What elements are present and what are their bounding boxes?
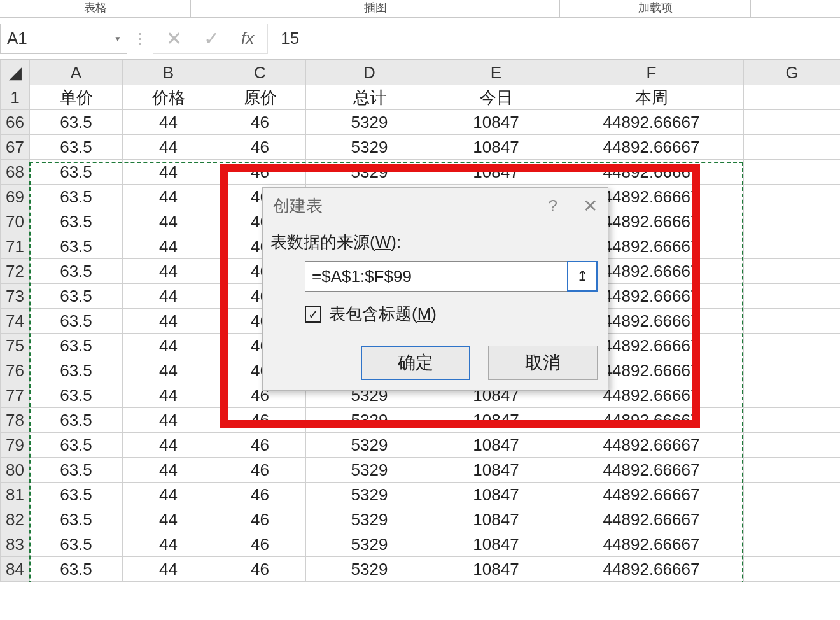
cell[interactable]: 10847 bbox=[433, 433, 559, 458]
cell[interactable] bbox=[744, 160, 841, 185]
cell[interactable]: 5329 bbox=[306, 408, 433, 433]
row-header[interactable]: 79 bbox=[1, 433, 30, 458]
cell[interactable]: 63.5 bbox=[30, 358, 123, 383]
cell[interactable]: 46 bbox=[214, 532, 306, 557]
row-header[interactable]: 78 bbox=[1, 408, 30, 433]
cell[interactable]: 44 bbox=[123, 334, 214, 358]
cell[interactable]: 46 bbox=[214, 433, 306, 458]
ribbon-group-illustrations[interactable]: 插图 bbox=[191, 0, 560, 17]
cell[interactable] bbox=[744, 334, 841, 358]
cell[interactable]: 44892.66667 bbox=[559, 532, 744, 557]
cell[interactable]: 63.5 bbox=[30, 483, 123, 507]
row-header[interactable]: 72 bbox=[1, 259, 30, 284]
col-header-F[interactable]: F bbox=[559, 60, 744, 85]
row-header[interactable]: 68 bbox=[1, 160, 30, 185]
cell[interactable]: 10847 bbox=[433, 160, 559, 185]
cell[interactable] bbox=[744, 185, 841, 209]
name-box[interactable]: A1 ▼ bbox=[0, 24, 127, 54]
cell[interactable]: 63.5 bbox=[30, 383, 123, 408]
row-header[interactable]: 81 bbox=[1, 483, 30, 507]
cell[interactable] bbox=[744, 309, 841, 334]
cell[interactable] bbox=[744, 532, 841, 557]
cell[interactable]: 46 bbox=[214, 483, 306, 507]
has-headers-checkbox[interactable]: ✓ bbox=[305, 306, 321, 323]
cell[interactable]: 44 bbox=[123, 110, 214, 135]
cell[interactable]: 44892.66667 bbox=[559, 458, 744, 483]
cell[interactable]: 5329 bbox=[306, 160, 433, 185]
cell[interactable] bbox=[744, 135, 841, 160]
cell[interactable]: 44892.66667 bbox=[559, 507, 744, 532]
cell[interactable]: 46 bbox=[214, 110, 306, 135]
cell[interactable]: 5329 bbox=[306, 433, 433, 458]
cell[interactable]: 44 bbox=[123, 383, 214, 408]
cell[interactable]: 10847 bbox=[433, 532, 559, 557]
cell[interactable]: 44892.66667 bbox=[559, 160, 744, 185]
cell[interactable]: 44 bbox=[123, 135, 214, 160]
dialog-titlebar[interactable]: 创建表 ? ✕ bbox=[263, 188, 608, 223]
cell[interactable]: 5329 bbox=[306, 483, 433, 507]
cell[interactable]: 63.5 bbox=[30, 309, 123, 334]
col-header-E[interactable]: E bbox=[433, 60, 559, 85]
cell[interactable]: 46 bbox=[214, 408, 306, 433]
cell[interactable]: 46 bbox=[214, 507, 306, 532]
row-header[interactable]: 76 bbox=[1, 358, 30, 383]
cell[interactable]: 10847 bbox=[433, 135, 559, 160]
cancel-formula-icon[interactable]: ✕ bbox=[166, 27, 182, 50]
cell[interactable] bbox=[744, 557, 841, 582]
cell[interactable]: 5329 bbox=[306, 532, 433, 557]
cell[interactable]: 63.5 bbox=[30, 284, 123, 309]
ribbon-group-table[interactable]: 表格 bbox=[0, 0, 191, 17]
row-header[interactable]: 67 bbox=[1, 135, 30, 160]
cell[interactable]: 44 bbox=[123, 532, 214, 557]
chevron-down-icon[interactable]: ▼ bbox=[114, 34, 122, 43]
cell[interactable]: 5329 bbox=[306, 135, 433, 160]
cell[interactable]: 5329 bbox=[306, 110, 433, 135]
collapse-dialog-icon[interactable]: ↥ bbox=[567, 261, 598, 292]
cell[interactable]: 63.5 bbox=[30, 234, 123, 259]
cell[interactable] bbox=[744, 433, 841, 458]
cell[interactable] bbox=[744, 110, 841, 135]
cell[interactable]: 单价 bbox=[30, 85, 123, 110]
cell[interactable]: 63.5 bbox=[30, 259, 123, 284]
cell[interactable]: 46 bbox=[214, 160, 306, 185]
cell[interactable]: 44 bbox=[123, 408, 214, 433]
ok-button[interactable]: 确定 bbox=[361, 346, 470, 380]
cell[interactable] bbox=[744, 458, 841, 483]
cell[interactable]: 44 bbox=[123, 209, 214, 234]
row-header[interactable]: 1 bbox=[1, 85, 30, 110]
cell[interactable]: 44892.66667 bbox=[559, 110, 744, 135]
fx-label[interactable]: fx bbox=[241, 29, 254, 48]
cell[interactable]: 5329 bbox=[306, 458, 433, 483]
ribbon-group-addins[interactable]: 加载项 bbox=[560, 0, 751, 17]
row-header[interactable]: 83 bbox=[1, 532, 30, 557]
cell[interactable]: 10847 bbox=[433, 507, 559, 532]
table-range-input[interactable]: =$A$1:$F$99 bbox=[305, 261, 568, 292]
row-header[interactable]: 66 bbox=[1, 110, 30, 135]
cell[interactable]: 44 bbox=[123, 458, 214, 483]
cell[interactable] bbox=[744, 259, 841, 284]
row-header[interactable]: 71 bbox=[1, 234, 30, 259]
col-header-B[interactable]: B bbox=[123, 60, 214, 85]
cell[interactable]: 原价 bbox=[214, 85, 306, 110]
cell[interactable] bbox=[744, 383, 841, 408]
col-header-C[interactable]: C bbox=[214, 60, 306, 85]
col-header-D[interactable]: D bbox=[306, 60, 433, 85]
cell[interactable]: 44892.66667 bbox=[559, 483, 744, 507]
cell[interactable]: 44 bbox=[123, 358, 214, 383]
cell[interactable]: 63.5 bbox=[30, 433, 123, 458]
cell[interactable] bbox=[744, 284, 841, 309]
cell[interactable]: 46 bbox=[214, 458, 306, 483]
cell[interactable]: 10847 bbox=[433, 408, 559, 433]
cell[interactable] bbox=[744, 209, 841, 234]
dialog-help-icon[interactable]: ? bbox=[549, 196, 557, 216]
formula-input[interactable]: 15 bbox=[267, 24, 840, 54]
cell[interactable]: 44 bbox=[123, 185, 214, 209]
cell[interactable]: 5329 bbox=[306, 507, 433, 532]
cell[interactable] bbox=[744, 408, 841, 433]
cell[interactable]: 63.5 bbox=[30, 135, 123, 160]
row-header[interactable]: 75 bbox=[1, 334, 30, 358]
row-header[interactable]: 80 bbox=[1, 458, 30, 483]
accept-formula-icon[interactable]: ✓ bbox=[204, 27, 220, 50]
row-header[interactable]: 70 bbox=[1, 209, 30, 234]
cell[interactable]: 44892.66667 bbox=[559, 557, 744, 582]
